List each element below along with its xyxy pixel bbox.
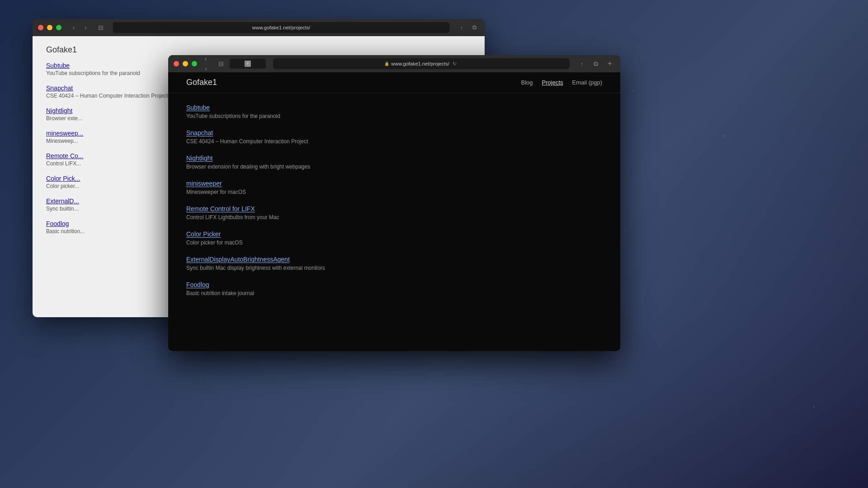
site-title-front: Gofake1 <box>186 78 217 87</box>
star-dot <box>723 136 724 136</box>
site-title-back: Gofake1 <box>46 45 471 55</box>
project-desc-front-1: CSE 40424 – Human Computer Interaction P… <box>186 138 602 145</box>
front-nav: Blog Projects Email (pgp) <box>521 79 602 86</box>
maximize-button-front[interactable] <box>192 61 197 66</box>
sidebar-toggle-back[interactable]: ⊟ <box>96 23 106 33</box>
project-item-front-0: Subtube YouTube subscriptions for the pa… <box>186 104 602 119</box>
sidebar-toggle-front[interactable]: ⊟ <box>216 59 226 69</box>
project-desc-front-6: Sync builtin Mac display brightness with… <box>186 265 602 271</box>
content-area-front: Gofake1 Blog Projects Email (pgp) Subtub… <box>168 72 620 351</box>
nav-email-front[interactable]: Email (pgp) <box>572 79 602 86</box>
titlebar-back: ‹ › ⊟ www.gofake1.net/projects/ ↑ ⧉ <box>33 19 485 36</box>
back-button-back[interactable]: ‹ <box>69 23 79 33</box>
nav-blog-front[interactable]: Blog <box>521 79 533 86</box>
project-item-front-2: Nightlight Browser extension for dealing… <box>186 155 602 170</box>
front-content: Subtube YouTube subscriptions for the pa… <box>168 93 620 351</box>
project-desc-front-5: Color picker for macOS <box>186 239 602 246</box>
favicon-area: T <box>230 59 266 69</box>
project-name-front-7[interactable]: Foodlog <box>186 281 602 288</box>
share-button-back[interactable]: ↑ <box>457 23 467 33</box>
maximize-button-back[interactable] <box>56 25 61 30</box>
nav-buttons-front: ‹ › <box>201 55 211 74</box>
close-button-back[interactable] <box>38 25 43 30</box>
forward-button-front[interactable]: › <box>201 64 211 74</box>
project-name-front-2[interactable]: Nightlight <box>186 155 602 162</box>
project-item-front-1: Snapchat CSE 40424 – Human Computer Inte… <box>186 129 602 145</box>
close-button-front[interactable] <box>174 61 179 66</box>
project-desc-front-0: YouTube subscriptions for the paranoid <box>186 113 602 119</box>
project-item-front-3: minisweeper Minesweeper for macOS <box>186 180 602 195</box>
project-item-front-7: Foodlog Basic nutrition intake journal <box>186 281 602 296</box>
nav-buttons-back: ‹ › <box>69 23 90 33</box>
favicon-icon: T <box>245 61 251 67</box>
titlebar-front: ‹ › ⊟ T 🔒 www.gofake1.net/projects/ ↻ ↑ … <box>168 55 620 72</box>
nav-projects-front[interactable]: Projects <box>542 79 563 86</box>
address-bar-back[interactable]: www.gofake1.net/projects/ <box>113 22 449 33</box>
tabs-button-back[interactable]: ⧉ <box>469 23 479 33</box>
share-button-front[interactable]: ↑ <box>577 59 587 69</box>
new-tab-button[interactable]: + <box>605 59 615 69</box>
star-dot <box>633 90 634 91</box>
project-name-front-4[interactable]: Remote Control for LIFX <box>186 205 602 212</box>
reload-button[interactable]: ↻ <box>451 60 458 67</box>
project-name-front-0[interactable]: Subtube <box>186 104 602 111</box>
project-item-front-6: ExternalDisplayAutoBrightnessAgent Sync … <box>186 256 602 271</box>
lock-icon: 🔒 <box>384 61 389 66</box>
project-name-front-1[interactable]: Snapchat <box>186 129 602 136</box>
project-item-front-4: Remote Control for LIFX Control LIFX Lig… <box>186 205 602 221</box>
project-name-front-3[interactable]: minisweeper <box>186 180 602 187</box>
minimize-button-back[interactable] <box>47 25 52 30</box>
address-bar-front[interactable]: 🔒 www.gofake1.net/projects/ ↻ <box>273 58 570 69</box>
project-item-front-5: Color Picker Color picker for macOS <box>186 230 602 246</box>
project-name-front-5[interactable]: Color Picker <box>186 230 602 238</box>
tabs-button-front[interactable]: ⧉ <box>590 59 602 69</box>
minimize-button-front[interactable] <box>183 61 188 66</box>
address-text-back: www.gofake1.net/projects/ <box>252 25 310 30</box>
star-dot <box>814 407 815 408</box>
project-desc-front-4: Control LIFX Lightbulbs from your Mac <box>186 214 602 221</box>
project-desc-front-2: Browser extension for dealing with brigh… <box>186 164 602 170</box>
project-desc-front-3: Minesweeper for macOS <box>186 189 602 195</box>
toolbar-right-back: ↑ ⧉ <box>457 23 479 33</box>
project-name-front-6[interactable]: ExternalDisplayAutoBrightnessAgent <box>186 256 602 263</box>
forward-button-back[interactable]: › <box>80 23 90 33</box>
back-button-front[interactable]: ‹ <box>201 55 211 64</box>
browser-window-front: ‹ › ⊟ T 🔒 www.gofake1.net/projects/ ↻ ↑ … <box>168 55 620 351</box>
address-text-front: www.gofake1.net/projects/ <box>391 61 449 66</box>
toolbar-right-front: ↑ ⧉ + <box>577 59 615 69</box>
front-header: Gofake1 Blog Projects Email (pgp) <box>168 72 620 93</box>
project-desc-front-7: Basic nutrition intake journal <box>186 290 602 296</box>
project-list-front: Subtube YouTube subscriptions for the pa… <box>186 104 602 296</box>
